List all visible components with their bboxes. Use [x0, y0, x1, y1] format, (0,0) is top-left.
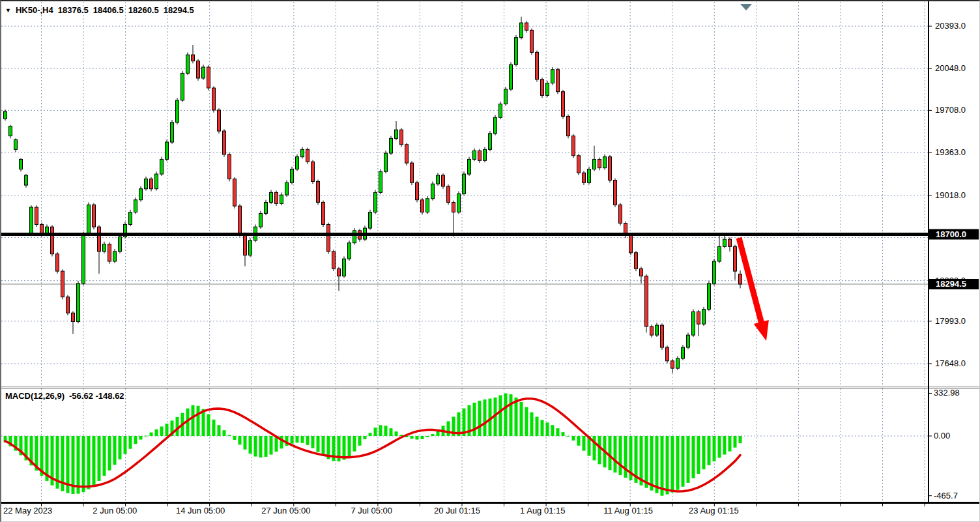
- macd-histogram-bar: [150, 433, 153, 437]
- macd-histogram-bar: [113, 436, 117, 465]
- date-label: 27 Jun 05:00: [261, 506, 310, 515]
- macd-histogram-bar: [348, 436, 351, 456]
- macd-histogram-bar: [218, 425, 221, 436]
- date-label: 23 Aug 01:15: [689, 506, 739, 515]
- candle-body: [82, 235, 85, 283]
- price-tick-label: 17648.0: [935, 358, 966, 368]
- macd-histogram-bar: [306, 436, 310, 445]
- candle-body: [536, 52, 539, 79]
- macd-histogram-bar: [87, 436, 91, 489]
- candle-body: [494, 117, 497, 134]
- candle-body: [515, 38, 518, 65]
- candle-body: [562, 92, 565, 117]
- ohlc-close-value: 18294.5: [164, 5, 194, 15]
- macd-histogram-bar: [515, 398, 518, 436]
- candle-body: [551, 70, 555, 83]
- macd-histogram-bar: [483, 399, 487, 436]
- candle-body: [661, 325, 664, 347]
- candle-body: [20, 159, 23, 169]
- candle-body: [692, 312, 695, 335]
- macd-histogram-bar: [244, 436, 247, 450]
- candle-body: [489, 134, 492, 150]
- macd-histogram-bar: [426, 436, 429, 437]
- candle-body: [66, 297, 70, 313]
- candle-body: [525, 23, 528, 30]
- candle-body: [567, 116, 570, 136]
- candle-body: [145, 179, 148, 189]
- macd-histogram-bar: [739, 436, 742, 443]
- candle-body: [327, 224, 330, 251]
- macd-histogram-bar: [525, 407, 528, 436]
- candle-body: [265, 202, 268, 213]
- macd-histogram-bar: [155, 429, 158, 436]
- macd-histogram-bar: [416, 436, 419, 440]
- candle-body: [77, 283, 80, 321]
- candle-body: [249, 240, 252, 255]
- date-label: 2 Jun 05:00: [93, 506, 137, 515]
- date-label: 1 Aug 01:15: [520, 506, 565, 515]
- ohlc-low-value: 18260.5: [128, 5, 159, 15]
- candle-body: [708, 283, 711, 310]
- candle-body: [640, 268, 643, 276]
- candle-body: [572, 136, 575, 156]
- candle-body: [718, 246, 721, 261]
- candle-body: [447, 186, 450, 203]
- candle-body: [332, 252, 336, 268]
- macd-histogram-bar: [270, 436, 273, 455]
- macd-tick-label: 332.98: [934, 388, 960, 398]
- macd-histogram-bar: [265, 436, 268, 457]
- price-tick-label: 20393.0: [935, 21, 966, 31]
- candle-body: [35, 207, 38, 224]
- candle-body: [322, 202, 325, 224]
- macd-histogram-bar: [708, 436, 711, 465]
- date-label: 7 Jul 05:00: [351, 506, 392, 515]
- macd-histogram-bar: [129, 436, 132, 449]
- candle-body: [739, 274, 742, 284]
- macd-histogram-bar: [702, 436, 706, 469]
- symbol-expander-icon[interactable]: ▼: [5, 8, 11, 14]
- candle-body: [119, 237, 122, 252]
- macd-histogram-bar: [259, 436, 263, 457]
- candle-body: [395, 130, 398, 138]
- candle-body: [671, 361, 674, 368]
- macd-histogram-bar: [478, 401, 482, 436]
- candle-body: [280, 195, 283, 203]
- macd-histogram-bar: [682, 436, 685, 487]
- macd-histogram-bar: [687, 436, 690, 483]
- macd-histogram-bar: [546, 422, 549, 436]
- candle-body: [186, 55, 190, 73]
- candle-body: [113, 252, 117, 261]
- candle-body: [520, 23, 523, 38]
- macd-histogram-bar: [124, 436, 127, 454]
- macd-histogram-bar: [77, 436, 80, 494]
- candle-body: [259, 213, 263, 227]
- macd-histogram-bar: [160, 426, 164, 436]
- macd-histogram-bar: [645, 436, 648, 488]
- candle-body: [317, 181, 320, 202]
- candle-body: [30, 207, 33, 234]
- candle-body: [9, 126, 12, 136]
- candle-body: [510, 65, 513, 89]
- candle-body: [218, 110, 221, 131]
- macd-histogram-bar: [145, 436, 148, 437]
- macd-histogram-bar: [671, 436, 674, 493]
- macd-current-values: -56.62 -148.62: [69, 391, 124, 401]
- candle-body: [103, 244, 106, 252]
- candle-body: [614, 181, 617, 205]
- candle-body: [728, 239, 732, 246]
- macd-histogram-bar: [238, 436, 242, 444]
- macd-histogram-bar: [207, 414, 210, 436]
- candle-body: [478, 151, 482, 160]
- candle-body: [723, 239, 727, 246]
- macd-histogram-bar: [504, 393, 508, 436]
- macd-histogram-bar: [119, 436, 122, 459]
- ohlc-high-value: 18406.5: [93, 5, 124, 15]
- price-badge-last-text: 18294.5: [936, 279, 966, 289]
- macd-histogram-bar: [572, 436, 575, 441]
- candle-body: [593, 159, 596, 169]
- macd-histogram-bar: [510, 394, 513, 436]
- price-chart-canvas[interactable]: 20393.020048.019708.019363.019018.018323…: [1, 1, 979, 521]
- candle-body: [238, 206, 242, 234]
- candle-body: [468, 159, 471, 174]
- candle-body: [233, 179, 237, 206]
